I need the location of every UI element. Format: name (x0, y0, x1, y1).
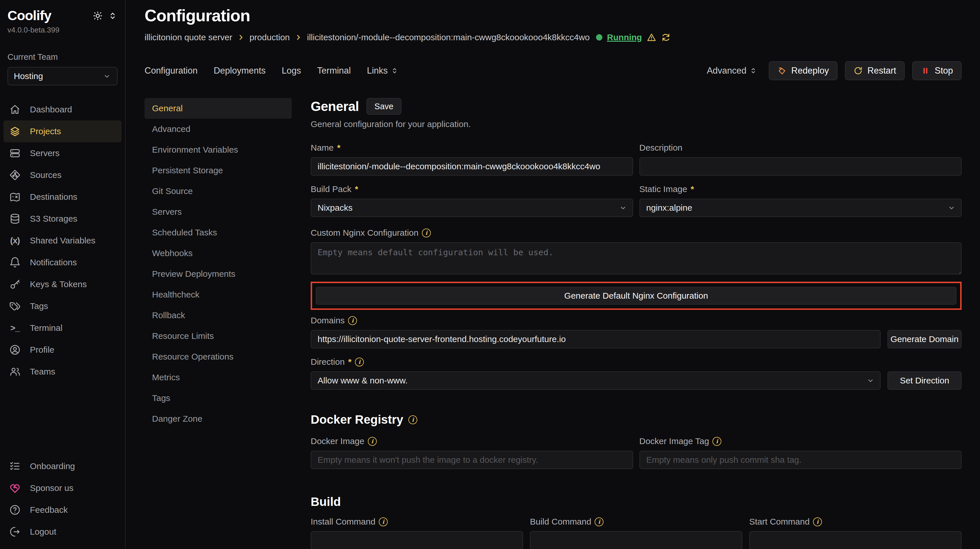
info-icon[interactable]: i (348, 316, 357, 325)
pause-icon (921, 66, 930, 75)
subnav-git-source[interactable]: Git Source (145, 181, 292, 202)
static-image-select[interactable]: nginx:alpine (640, 199, 962, 217)
sidebar-item-label: S3 Storages (30, 214, 77, 224)
advanced-dropdown[interactable]: Advanced (707, 65, 757, 76)
breadcrumb-application[interactable]: illicitestonion/-module--decomposition:m… (307, 32, 590, 42)
subnav-preview-deployments[interactable]: Preview Deployments (145, 264, 292, 284)
start-command-input[interactable] (749, 531, 962, 549)
subnav-rollback[interactable]: Rollback (145, 305, 292, 326)
stop-button[interactable]: Stop (912, 61, 962, 80)
direction-select[interactable]: Allow www & non-www. (311, 371, 881, 390)
status-running-link[interactable]: Running (607, 32, 642, 42)
sidebar-item-sources[interactable]: Sources (3, 164, 122, 186)
breadcrumb-environment[interactable]: production (250, 32, 290, 42)
general-form: General Save General configuration for y… (311, 98, 962, 549)
sidebar-item-sponsor-us[interactable]: Sponsor us (3, 477, 122, 499)
general-heading: General (311, 99, 359, 114)
subnav-persistent-storage[interactable]: Persistent Storage (145, 160, 292, 181)
tab-configuration[interactable]: Configuration (145, 65, 197, 76)
name-label: Name* (311, 143, 633, 153)
subnav-scheduled-tasks[interactable]: Scheduled Tasks (145, 222, 292, 243)
app-logo: Coolify (8, 8, 51, 23)
sidebar-item-onboarding[interactable]: Onboarding (3, 455, 122, 477)
sidebar-item-shared-variables[interactable]: (x) Shared Variables (3, 230, 122, 251)
info-icon[interactable]: i (379, 517, 388, 526)
refresh-icon[interactable] (661, 32, 671, 42)
sidebar-item-label: Terminal (30, 323, 62, 333)
sidebar-item-label: Servers (30, 148, 59, 158)
generate-domain-button[interactable]: Generate Domain (888, 330, 962, 348)
heart-handshake-icon (9, 482, 21, 494)
shared-variables-icon: (x) (9, 236, 21, 245)
key-icon (9, 278, 21, 290)
database-icon (9, 213, 21, 224)
chevron-down-icon (619, 204, 627, 212)
subnav-webhooks[interactable]: Webhooks (145, 243, 292, 264)
info-icon[interactable]: i (813, 517, 822, 526)
user-circle-icon (9, 344, 21, 356)
sidebar-item-terminal[interactable]: >_ Terminal (3, 317, 122, 339)
subnav-servers[interactable]: Servers (145, 202, 292, 222)
docker-image-label: Docker Image i (311, 436, 633, 446)
sidebar-item-profile[interactable]: Profile (3, 339, 122, 361)
docker-image-input[interactable] (311, 451, 633, 469)
sidebar-item-logout[interactable]: Logout (3, 521, 122, 543)
build-pack-select[interactable]: Nixpacks (311, 199, 633, 217)
subnav-advanced[interactable]: Advanced (145, 119, 292, 139)
configuration-content: General Advanced Environment Variables P… (145, 98, 962, 549)
sidebar-item-dashboard[interactable]: Dashboard (3, 99, 122, 121)
restart-button[interactable]: Restart (845, 61, 905, 80)
set-direction-button[interactable]: Set Direction (888, 371, 962, 390)
sidebar-collapse-icon[interactable] (108, 11, 118, 21)
build-command-input[interactable] (530, 531, 742, 549)
map-icon (9, 191, 21, 203)
sidebar-item-projects[interactable]: Projects (3, 121, 122, 142)
info-icon[interactable]: i (355, 358, 364, 366)
domains-input[interactable] (311, 330, 881, 348)
team-select[interactable]: Hosting (8, 67, 118, 85)
subnav-healthcheck[interactable]: Healthcheck (145, 284, 292, 305)
chevron-down-icon (866, 376, 875, 385)
subnav-general[interactable]: General (145, 98, 292, 119)
info-icon[interactable]: i (408, 415, 417, 424)
sidebar-item-servers[interactable]: Servers (3, 142, 122, 164)
description-input[interactable] (640, 157, 962, 176)
nginx-config-textarea[interactable] (311, 242, 962, 275)
git-diamond-icon (9, 169, 21, 181)
docker-image-tag-input[interactable] (640, 451, 962, 469)
tab-terminal[interactable]: Terminal (317, 65, 351, 76)
sidebar-item-tags[interactable]: Tags (3, 295, 122, 317)
tab-logs[interactable]: Logs (282, 65, 301, 76)
sidebar-item-keys-tokens[interactable]: Keys & Tokens (3, 273, 122, 295)
info-icon[interactable]: i (595, 517, 603, 526)
main-area: Configuration illicitonion quote server … (126, 0, 980, 549)
chevron-right-icon (237, 33, 245, 41)
breadcrumb-project[interactable]: illicitonion quote server (145, 32, 232, 42)
generate-nginx-button[interactable]: Generate Default Nginx Configuration (316, 287, 956, 305)
subnav-resource-limits[interactable]: Resource Limits (145, 326, 292, 346)
info-icon[interactable]: i (368, 437, 377, 446)
install-command-input[interactable] (311, 531, 523, 549)
name-input[interactable] (311, 157, 633, 176)
subnav-environment-variables[interactable]: Environment Variables (145, 139, 292, 160)
subnav-resource-operations[interactable]: Resource Operations (145, 346, 292, 367)
subnav-danger-zone[interactable]: Danger Zone (145, 409, 292, 429)
theme-toggle-sun-icon[interactable] (93, 11, 103, 21)
redeploy-button[interactable]: Redeploy (769, 61, 837, 80)
info-icon[interactable]: i (422, 229, 431, 237)
save-button[interactable]: Save (366, 98, 401, 115)
sidebar-item-label: Notifications (30, 258, 77, 267)
chevron-right-icon (294, 33, 302, 41)
sidebar-item-notifications[interactable]: Notifications (3, 251, 122, 273)
sidebar-item-label: Destinations (30, 192, 77, 202)
sidebar-item-s3-storages[interactable]: S3 Storages (3, 208, 122, 230)
current-team-label: Current Team (8, 53, 118, 62)
info-icon[interactable]: i (713, 437, 721, 446)
sidebar-item-destinations[interactable]: Destinations (3, 186, 122, 208)
subnav-metrics[interactable]: Metrics (145, 367, 292, 388)
sidebar-item-feedback[interactable]: Feedback (3, 499, 122, 521)
tab-links[interactable]: Links (367, 65, 399, 76)
tab-deployments[interactable]: Deployments (213, 65, 266, 76)
subnav-tags[interactable]: Tags (145, 388, 292, 409)
sidebar-item-teams[interactable]: Teams (3, 361, 122, 383)
